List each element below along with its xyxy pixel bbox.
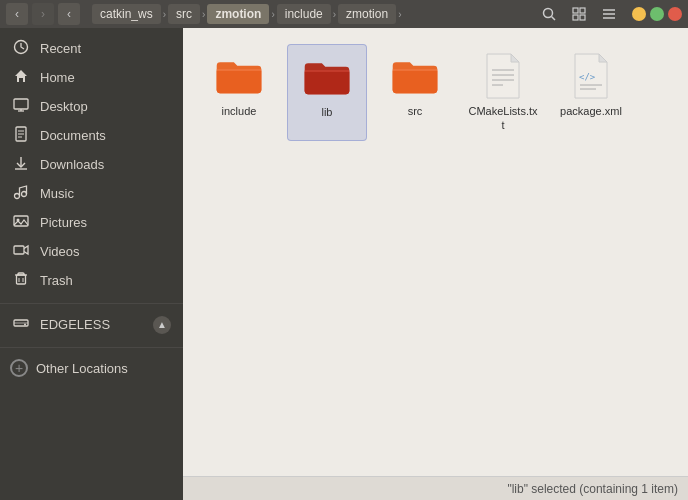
toolbar-icons <box>536 3 622 25</box>
search-button[interactable] <box>536 3 562 25</box>
sidebar-label-edgeless: EDGELESS <box>40 317 110 332</box>
file-grid: include lib <box>183 28 688 476</box>
svg-rect-25 <box>17 275 26 284</box>
file-area: include lib <box>183 28 688 500</box>
trash-icon <box>12 271 30 290</box>
other-locations-section: + Other Locations <box>0 347 183 382</box>
music-icon <box>12 184 30 203</box>
close-button[interactable] <box>668 7 682 21</box>
list-item[interactable]: </> package.xml <box>551 44 631 141</box>
sidebar-item-music[interactable]: Music <box>0 179 183 208</box>
file-label-lib: lib <box>321 105 332 119</box>
sidebar-item-home[interactable]: Home <box>0 63 183 92</box>
svg-point-30 <box>24 324 26 326</box>
sidebar-item-pictures[interactable]: Pictures <box>0 208 183 237</box>
status-text: "lib" selected (containing 1 item) <box>507 482 678 496</box>
drive-icon <box>12 315 30 334</box>
menu-button[interactable] <box>596 3 622 25</box>
sidebar-label-downloads: Downloads <box>40 157 104 172</box>
sidebar-label-desktop: Desktop <box>40 99 88 114</box>
list-item[interactable]: lib <box>287 44 367 141</box>
list-item[interactable]: include <box>199 44 279 141</box>
folder-icon-lib <box>303 53 351 101</box>
sep2: › <box>202 9 205 20</box>
search-icon <box>542 7 556 21</box>
sidebar-item-documents[interactable]: Documents <box>0 121 183 150</box>
sidebar-item-desktop[interactable]: Desktop <box>0 92 183 121</box>
sidebar-item-recent[interactable]: Recent <box>0 34 183 63</box>
sidebar-label-home: Home <box>40 70 75 85</box>
svg-rect-3 <box>580 8 585 13</box>
grid-icon <box>572 7 586 21</box>
edgeless-left: EDGELESS <box>12 315 110 334</box>
svg-rect-4 <box>573 15 578 20</box>
sidebar-item-edgeless[interactable]: EDGELESS ▲ <box>0 310 183 339</box>
svg-rect-11 <box>14 99 28 109</box>
sidebar-label-pictures: Pictures <box>40 215 87 230</box>
file-label-src: src <box>408 104 423 118</box>
sidebar-item-other-locations[interactable]: + Other Locations <box>0 354 183 382</box>
documents-icon <box>12 126 30 145</box>
breadcrumb-catkin-ws[interactable]: catkin_ws <box>92 4 161 24</box>
breadcrumb-src[interactable]: src <box>168 4 200 24</box>
sep5: › <box>398 9 401 20</box>
sidebar-label-videos: Videos <box>40 244 80 259</box>
titlebar: ‹ › ‹ catkin_ws › src › zmotion › includ… <box>0 0 688 28</box>
file-label-include: include <box>222 104 257 118</box>
svg-point-21 <box>22 192 27 197</box>
sidebar-label-recent: Recent <box>40 41 81 56</box>
sep1: › <box>163 9 166 20</box>
svg-point-20 <box>15 194 20 199</box>
view-toggle-button[interactable] <box>566 3 592 25</box>
sidebar-label-music: Music <box>40 186 74 201</box>
file-icon-package-xml: </> <box>567 52 615 100</box>
maximize-button[interactable] <box>650 7 664 21</box>
folder-icon-include <box>215 52 263 100</box>
recent-icon <box>12 39 30 58</box>
downloads-icon <box>12 155 30 174</box>
svg-rect-5 <box>580 15 585 20</box>
nav-forward-button[interactable]: › <box>32 3 54 25</box>
sidebar-label-other-locations: Other Locations <box>36 361 128 376</box>
desktop-icon <box>12 97 30 116</box>
sep3: › <box>271 9 274 20</box>
main-area: Recent Home Desktop <box>0 28 688 500</box>
home-icon <box>12 68 30 87</box>
hamburger-icon <box>602 7 616 21</box>
window-controls <box>632 7 682 21</box>
svg-marker-10 <box>15 70 27 82</box>
svg-point-0 <box>544 9 553 18</box>
add-icon: + <box>10 359 28 377</box>
videos-icon <box>12 242 30 261</box>
breadcrumb-zmotion2[interactable]: zmotion <box>338 4 396 24</box>
sidebar-devices-section: EDGELESS ▲ <box>0 303 183 339</box>
folder-icon-src <box>391 52 439 100</box>
file-label-package-xml: package.xml <box>560 104 622 118</box>
nav-up-button[interactable]: ‹ <box>58 3 80 25</box>
sidebar-item-downloads[interactable]: Downloads <box>0 150 183 179</box>
file-label-cmake: CMakeLists.txt <box>467 104 539 133</box>
sidebar-label-documents: Documents <box>40 128 106 143</box>
svg-text:</>: </> <box>579 72 596 82</box>
sidebar-label-trash: Trash <box>40 273 73 288</box>
sidebar-item-trash[interactable]: Trash <box>0 266 183 295</box>
pictures-icon <box>12 213 30 232</box>
minimize-button[interactable] <box>632 7 646 21</box>
status-bar: "lib" selected (containing 1 item) <box>183 476 688 500</box>
list-item[interactable]: src <box>375 44 455 141</box>
svg-rect-24 <box>14 246 24 254</box>
eject-button[interactable]: ▲ <box>153 316 171 334</box>
breadcrumb-include[interactable]: include <box>277 4 331 24</box>
svg-line-1 <box>552 17 556 21</box>
sidebar: Recent Home Desktop <box>0 28 183 500</box>
breadcrumb-zmotion[interactable]: zmotion <box>207 4 269 24</box>
file-icon-cmake <box>479 52 527 100</box>
sep4: › <box>333 9 336 20</box>
list-item[interactable]: CMakeLists.txt <box>463 44 543 141</box>
sidebar-item-videos[interactable]: Videos <box>0 237 183 266</box>
nav-back-button[interactable]: ‹ <box>6 3 28 25</box>
svg-rect-2 <box>573 8 578 13</box>
breadcrumb: catkin_ws › src › zmotion › include › zm… <box>92 4 524 24</box>
